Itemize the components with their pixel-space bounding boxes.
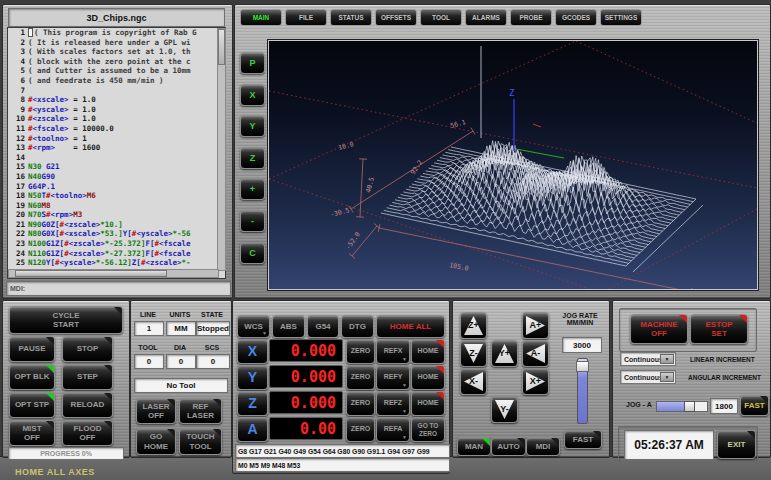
abs-button[interactable]: ABS <box>272 315 305 338</box>
jog-a-minusplus-button[interactable]: A+ <box>522 312 549 339</box>
zero-z-button[interactable]: ZERO <box>346 391 375 416</box>
gcode-line: 12#<toolno> = 1 <box>8 134 225 144</box>
axis-z-button[interactable]: Z <box>237 391 268 416</box>
home-z-button[interactable]: HOME <box>411 391 445 416</box>
view-button-plus[interactable]: + <box>240 178 265 200</box>
home-all-button[interactable]: HOME ALL <box>376 315 445 338</box>
reload-button[interactable]: RELOAD <box>62 392 113 418</box>
jog-z-minusplus-button[interactable]: Z+ <box>460 312 487 339</box>
g54-button[interactable]: G54 <box>307 315 339 338</box>
line-label: LINE <box>134 311 162 318</box>
pause-button[interactable]: PAUSE <box>9 336 55 362</box>
ref-x-button[interactable]: REFX▼ <box>376 339 410 364</box>
jog-y-minusplus-button[interactable]: Y+ <box>491 340 518 367</box>
jog-a-rate-input[interactable]: 1800 <box>710 398 738 414</box>
zero-y-button[interactable]: ZERO <box>346 365 375 390</box>
tab-file[interactable]: FILE <box>285 9 327 26</box>
opt-blk-button[interactable]: OPT BLK <box>9 364 55 390</box>
machine-off-button[interactable]: MACHINE OFF <box>630 314 688 344</box>
jog-fast-button[interactable]: FAST <box>564 430 602 449</box>
tab-settings[interactable]: SETTINGS <box>600 9 642 26</box>
mode-mdi-button[interactable]: MDI <box>526 437 560 456</box>
machine-limit-line <box>576 41 757 123</box>
exit-button[interactable]: EXIT <box>717 430 756 459</box>
view-button-minus[interactable]: - <box>240 210 265 232</box>
gcode-line: 17G64P.1 <box>8 182 225 192</box>
tab-status[interactable]: STATUS <box>330 9 372 26</box>
jog-rate-slider[interactable] <box>577 358 588 424</box>
zero-a-button[interactable]: ZERO <box>346 417 375 442</box>
ref-y-button[interactable]: REFY▼ <box>376 365 410 390</box>
flood-off-button[interactable]: FLOOD OFF <box>62 420 113 446</box>
mdi-label: MDI: <box>10 285 25 292</box>
gcode-line: 15N30 G21 <box>8 162 225 172</box>
view-button-z[interactable]: Z <box>240 147 265 169</box>
status-message: HOME ALL AXES <box>15 467 95 477</box>
linear-increment-select[interactable]: Continuous▼ <box>620 352 676 366</box>
touch-tool-button[interactable]: TOUCH TOOL <box>179 428 222 455</box>
tab-main[interactable]: MAIN <box>240 9 282 26</box>
cycle-start-button[interactable]: CYCLE START <box>9 306 123 334</box>
estop-set-button[interactable]: ESTOP SET <box>690 314 748 344</box>
gcode-line: 21N90G0Z[#<zscale>*10.] <box>8 220 225 230</box>
jog-rate-input[interactable]: 3000 <box>562 337 602 353</box>
jog-z-minus-button[interactable]: Z- <box>460 340 487 367</box>
gcode-line: 9#<yscale> = 1.0 <box>8 105 225 115</box>
wcs-dropdown-button[interactable]: WCS▼ <box>237 315 270 338</box>
home-y-button[interactable]: HOME <box>411 365 445 390</box>
gcode-listing[interactable]: 1( This program is copyright of Rab G2( … <box>7 27 226 279</box>
gcode-line: 16N40G90 <box>8 172 225 182</box>
stop-button[interactable]: STOP <box>62 336 113 362</box>
jog-a-slider[interactable] <box>656 401 708 412</box>
axis-a-button[interactable]: A <box>237 417 268 442</box>
dro-x-value: 0.000 <box>269 339 343 362</box>
tool-value: 0 <box>134 354 164 369</box>
dimension-label: 92.2 <box>409 159 424 177</box>
home-x-button[interactable]: HOME <box>411 339 445 364</box>
angular-increment-select[interactable]: Continuous▼ <box>620 370 676 384</box>
tab-offsets[interactable]: OFFSETS <box>375 9 417 26</box>
step-button[interactable]: STEP <box>62 364 113 390</box>
scs-value: 0 <box>196 354 230 369</box>
mode-man-button[interactable]: MAN <box>457 437 491 456</box>
view-button-x[interactable]: X <box>240 84 265 106</box>
opt-stp-button[interactable]: OPT STP <box>9 392 55 418</box>
state-label: STATE <box>196 311 228 318</box>
laser-off-button[interactable]: LASER OFF <box>136 398 176 424</box>
jog-x-minus-button[interactable]: X- <box>460 368 487 395</box>
gcode-line: 10#<zscale> = 1.0 <box>8 114 225 124</box>
mist-off-button[interactable]: MIST OFF <box>9 420 55 446</box>
gremlin-3d-preview[interactable]: 10.040.5-30.5-52.0105.092.256.1Z <box>268 40 758 290</box>
tab-gcodes[interactable]: GCODES <box>555 9 597 26</box>
dtg-button[interactable]: DTG <box>341 315 374 338</box>
zero-x-button[interactable]: ZERO <box>346 339 375 364</box>
z-axis-label: Z <box>509 88 515 98</box>
ref-laser-button[interactable]: REF LASER <box>179 398 222 424</box>
gcode-line: 14 <box>8 153 225 163</box>
ref-z-button[interactable]: REFZ▼ <box>376 391 410 416</box>
clock-display: 05:26:37 AM <box>624 430 714 460</box>
tab-alarms[interactable]: ALARMS <box>465 9 507 26</box>
view-button-p[interactable]: P <box>240 52 265 74</box>
view-button-y[interactable]: Y <box>240 115 265 137</box>
axis-y-button[interactable]: Y <box>237 365 268 390</box>
editor-horizontal-scrollbar[interactable] <box>8 269 219 278</box>
tab-probe[interactable]: PROBE <box>510 9 552 26</box>
gcode-line: 3( With scales factors set at 1.0, th <box>8 47 225 57</box>
tab-tool[interactable]: TOOL <box>420 9 462 26</box>
go-home-button[interactable]: GO HOME <box>136 428 176 455</box>
gcode-line: 8#<xscale> = 1.0 <box>8 95 225 105</box>
go-to-zero-a-button[interactable]: GO TO ZERO <box>411 417 445 442</box>
jog-a-minus-button[interactable]: A- <box>522 340 549 367</box>
ref-a-button[interactable]: REFA▼ <box>376 417 410 442</box>
mdi-input[interactable]: MDI: <box>6 281 231 296</box>
mode-auto-button[interactable]: AUTO <box>491 437 526 456</box>
units-label: UNITS <box>166 311 194 318</box>
jog-x-minusplus-button[interactable]: X+ <box>522 368 549 395</box>
jog-y-minus-button[interactable]: Y- <box>491 396 518 423</box>
editor-vertical-scrollbar[interactable] <box>217 28 226 271</box>
axis-x-button[interactable]: X <box>237 339 268 364</box>
dro-z-value: 0.000 <box>269 391 343 414</box>
view-button-c[interactable]: C <box>240 242 265 264</box>
jog-a-fast-button[interactable]: FAST <box>740 395 769 416</box>
